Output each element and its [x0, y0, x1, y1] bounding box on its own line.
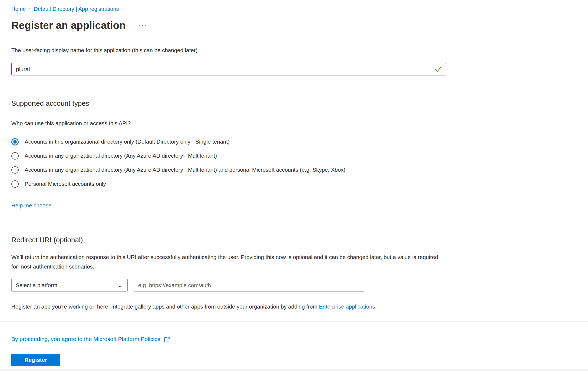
radio-multitenant-personal[interactable]: Accounts in any organizational directory…: [11, 163, 446, 177]
account-type-radio-group: Accounts in this organizational director…: [11, 135, 446, 191]
checkmark-icon: [434, 65, 442, 73]
register-button[interactable]: Register: [11, 354, 60, 366]
redirect-uri-input[interactable]: [134, 279, 364, 292]
enterprise-applications-link[interactable]: Enterprise applications: [319, 303, 375, 310]
redirect-uri-description: We’ll return the authentication response…: [11, 252, 444, 271]
page-bottom-shadow: [0, 368, 588, 371]
platform-policies-link[interactable]: By proceeding, you agree to the Microsof…: [11, 336, 160, 342]
chevron-down-icon: ⌄: [117, 282, 123, 289]
display-name-input[interactable]: [11, 63, 446, 75]
radio-button-icon: [11, 138, 19, 145]
external-link-icon: [164, 336, 170, 343]
register-application-page: Home › Default Directory | App registrat…: [0, 0, 446, 366]
radio-label: Personal Microsoft accounts only: [25, 181, 106, 187]
display-name-label: The user-facing display name for this ap…: [11, 47, 446, 54]
breadcrumb: Home › Default Directory | App registrat…: [11, 6, 446, 12]
radio-personal-only[interactable]: Personal Microsoft accounts only: [11, 177, 446, 191]
radio-label: Accounts in any organizational directory…: [25, 167, 345, 173]
radio-label: Accounts in this organizational director…: [25, 138, 230, 145]
radio-button-icon: [11, 180, 19, 188]
account-types-question: Who can use this application or access t…: [11, 120, 446, 127]
page-title: Register an application: [11, 20, 126, 31]
enterprise-note-period: .: [375, 303, 377, 310]
breadcrumb-app-registrations-link[interactable]: Default Directory | App registrations: [34, 6, 119, 12]
radio-button-icon: [11, 152, 19, 160]
redirect-uri-heading: Redirect URI (optional): [11, 236, 446, 244]
platform-select[interactable]: Select a platform ⌄: [11, 279, 128, 292]
radio-button-icon: [11, 166, 19, 174]
help-me-choose-link[interactable]: Help me choose...: [11, 202, 56, 209]
breadcrumb-home-link[interactable]: Home: [11, 6, 26, 12]
radio-single-tenant[interactable]: Accounts in this organizational director…: [11, 135, 446, 149]
enterprise-note-text: Register an app you’re working on here. …: [11, 303, 319, 310]
enterprise-note: Register an app you’re working on here. …: [11, 303, 446, 310]
supported-account-types-heading: Supported account types: [11, 99, 446, 108]
radio-label: Accounts in any organizational directory…: [25, 153, 217, 159]
breadcrumb-chevron-icon: ›: [29, 5, 31, 12]
breadcrumb-chevron-icon: ›: [122, 5, 124, 12]
footer-divider: [0, 321, 588, 322]
radio-multitenant[interactable]: Accounts in any organizational directory…: [11, 149, 446, 163]
platform-select-value: Select a platform: [16, 282, 57, 289]
more-icon[interactable]: ···: [139, 22, 148, 28]
